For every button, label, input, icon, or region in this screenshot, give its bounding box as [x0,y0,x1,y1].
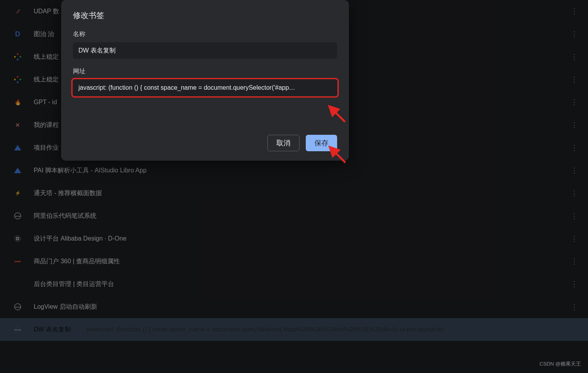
dialog-button-row: 取消 保存 [73,135,337,151]
cancel-button[interactable]: 取消 [267,135,299,151]
name-label: 名称 [73,30,337,38]
watermark-text: CSDN @糖果天王 [539,360,581,368]
url-input[interactable]: javascript: (function () { const space_n… [73,80,337,96]
dialog-title: 修改书签 [73,10,337,21]
edit-bookmark-dialog: 修改书签 名称 网址 javascript: (function () { co… [61,0,349,161]
save-button[interactable]: 保存 [306,135,337,151]
name-input[interactable] [73,42,337,59]
url-label: 网址 [73,67,337,76]
